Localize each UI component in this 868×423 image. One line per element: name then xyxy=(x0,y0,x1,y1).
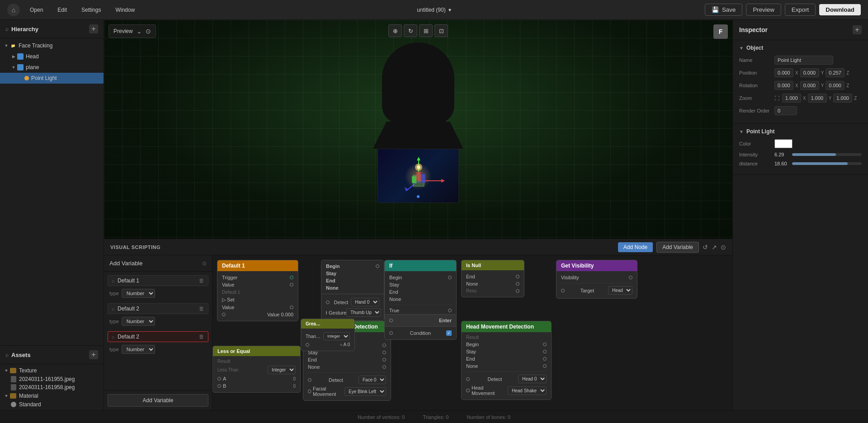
output-port[interactable] xyxy=(376,264,379,268)
add-node-button[interactable]: Add Node xyxy=(618,242,653,252)
distance-slider[interactable] xyxy=(792,162,862,165)
save-button[interactable]: 💾 Save xyxy=(705,4,742,16)
point-light-section-header[interactable]: ▼ Point Light xyxy=(739,128,862,135)
add-variable-button[interactable]: Add Variable xyxy=(656,242,699,253)
refresh-icon[interactable]: ↺ xyxy=(703,244,708,251)
asset-group-texture[interactable]: ▼ Texture xyxy=(0,366,104,375)
output-port[interactable] xyxy=(516,275,519,278)
output-port[interactable] xyxy=(629,276,632,279)
output-port[interactable] xyxy=(543,357,547,361)
menu-settings[interactable]: Settings xyxy=(79,5,104,15)
preview-button[interactable]: Preview xyxy=(746,4,781,16)
home-icon[interactable]: ⌂ xyxy=(7,4,20,16)
hierarchy-item-point-light[interactable]: ▶ Point Light xyxy=(0,73,104,84)
input-port[interactable] xyxy=(217,384,221,388)
viewport[interactable]: Preview ⌄ ⊙ ⊕ ↻ ⊞ ⊡ F xyxy=(104,20,732,239)
hierarchy-item-face-tracking[interactable]: ▼ 📁 Face Tracking xyxy=(0,40,104,51)
output-port[interactable] xyxy=(448,309,452,312)
target-select[interactable]: Head xyxy=(608,286,632,295)
zoom-z-input[interactable] xyxy=(833,94,852,103)
input-port[interactable] xyxy=(561,289,565,292)
detect-select[interactable]: Face 0 xyxy=(359,376,386,384)
type-select[interactable]: Integer xyxy=(268,366,296,374)
position-y-input[interactable] xyxy=(800,68,819,77)
variable-type-select[interactable]: Number xyxy=(122,317,155,326)
input-port[interactable] xyxy=(308,378,311,382)
rotate-tool-button[interactable]: ↻ xyxy=(404,24,417,37)
delete-variable-button[interactable]: 🗑 xyxy=(199,277,204,284)
node-condition[interactable]: Enter Condition ✓ xyxy=(384,314,457,340)
output-port[interactable] xyxy=(543,343,547,346)
output-port[interactable] xyxy=(516,282,519,286)
position-z-input[interactable] xyxy=(826,68,844,77)
head-movement-select[interactable]: Head Shake xyxy=(508,386,547,395)
node-is-null[interactable]: Is Null End None Resu xyxy=(461,260,524,297)
menu-open[interactable]: Open xyxy=(27,5,46,15)
download-button[interactable]: Download xyxy=(819,4,861,15)
intensity-slider[interactable] xyxy=(792,153,862,156)
input-port[interactable] xyxy=(222,313,226,316)
input-port[interactable] xyxy=(306,343,309,347)
asset-group-material[interactable]: ▼ Material xyxy=(0,391,104,400)
input-port[interactable] xyxy=(308,390,311,393)
position-x-input[interactable] xyxy=(774,68,793,77)
add-variable-settings-icon[interactable]: ⊙ xyxy=(202,260,207,267)
movement-select[interactable]: Eye Blink Left xyxy=(344,387,386,396)
move-tool-button[interactable]: ⊕ xyxy=(388,24,402,37)
assets-add-button[interactable]: + xyxy=(89,350,98,359)
menu-edit[interactable]: Edit xyxy=(55,5,70,15)
asset-item[interactable]: 20240311-161955.jpeg xyxy=(0,375,104,383)
zoom-x-input[interactable] xyxy=(782,94,801,103)
asset-item[interactable]: Standard xyxy=(0,400,104,409)
hierarchy-add-button[interactable]: + xyxy=(89,24,98,33)
scale-tool-button[interactable]: ⊞ xyxy=(419,24,433,37)
inspector-add-button[interactable]: + xyxy=(853,25,862,34)
variable-type-select[interactable]: Number xyxy=(122,289,155,298)
input-port[interactable] xyxy=(389,319,393,322)
input-port[interactable] xyxy=(466,389,470,392)
node-gesture[interactable]: Begin Stay End None xyxy=(321,260,384,321)
output-port[interactable] xyxy=(290,306,293,309)
rect-tool-button[interactable]: ⊡ xyxy=(434,24,448,37)
output-port[interactable] xyxy=(382,358,386,362)
input-port[interactable] xyxy=(217,377,221,381)
output-port[interactable] xyxy=(448,276,452,279)
render-order-input[interactable] xyxy=(774,106,797,115)
node-less-equal[interactable]: Less or Equal Result Less Than Integer A… xyxy=(212,346,301,393)
variable-type-select[interactable]: Number xyxy=(122,345,155,354)
search-icon[interactable]: ⌕ xyxy=(5,352,9,358)
rotation-z-input[interactable] xyxy=(826,81,844,90)
input-port[interactable] xyxy=(326,301,330,304)
output-port[interactable] xyxy=(290,276,293,279)
search-icon[interactable]: ⌕ xyxy=(5,26,9,32)
export-icon[interactable]: ↗ xyxy=(712,244,717,251)
settings-icon[interactable]: ⊙ xyxy=(721,244,726,251)
output-port[interactable] xyxy=(382,343,386,347)
rotation-x-input[interactable] xyxy=(774,81,793,90)
variable-name-input[interactable] xyxy=(118,277,196,284)
node-default1[interactable]: Default 1 Trigger Value Default 1 xyxy=(217,260,298,321)
variable-name-input[interactable] xyxy=(118,334,196,340)
object-section-header[interactable]: ▼ Object xyxy=(739,45,862,51)
output-port[interactable] xyxy=(382,365,386,369)
preview-toggle-icon[interactable]: ⌄ xyxy=(137,28,142,35)
node-canvas[interactable]: Default 1 Trigger Value Default 1 xyxy=(212,255,732,410)
node-greater-equal[interactable]: Grea… Than… Integer ○ A 0 xyxy=(301,319,355,351)
node-get-visibility[interactable]: Get Visibility Visibility Target Head xyxy=(556,260,637,299)
add-variable-submit-button[interactable]: Add Variable xyxy=(108,394,208,407)
hierarchy-item-head[interactable]: ▶ Head xyxy=(0,51,104,62)
export-button[interactable]: Export xyxy=(785,4,816,16)
rotation-y-input[interactable] xyxy=(800,81,819,90)
name-input[interactable] xyxy=(774,56,833,65)
type-select[interactable]: Integer xyxy=(323,332,350,340)
asset-item[interactable]: 20240311-161958.jpeg xyxy=(0,383,104,391)
condition-checkbox[interactable]: ✓ xyxy=(446,330,452,336)
output-port[interactable] xyxy=(290,283,293,287)
input-port[interactable] xyxy=(326,311,327,315)
variable-name-input[interactable] xyxy=(118,306,196,312)
menu-window[interactable]: Window xyxy=(113,5,137,15)
delete-variable-button[interactable]: 🗑 xyxy=(199,334,204,340)
input-port[interactable] xyxy=(466,377,470,381)
input-port[interactable] xyxy=(389,331,393,335)
preview-settings-icon[interactable]: ⊙ xyxy=(146,28,151,35)
